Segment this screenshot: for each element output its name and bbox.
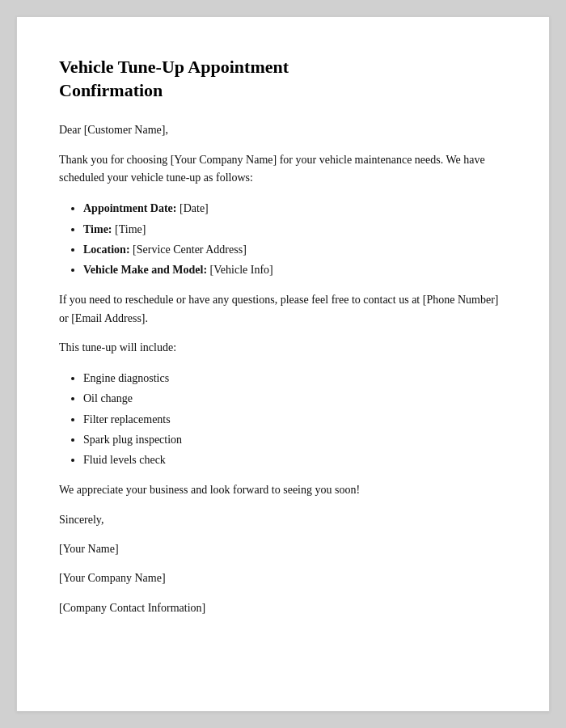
contact-info: [Company Contact Information] xyxy=(59,599,507,617)
tune-up-intro: This tune-up will include: xyxy=(59,339,507,357)
location-label: Location: xyxy=(83,243,130,256)
time-value: [Time] xyxy=(115,223,146,235)
list-item: Vehicle Make and Model: [Vehicle Info] xyxy=(83,260,507,280)
tune-up-items-list: Engine diagnostics Oil change Filter rep… xyxy=(83,368,507,470)
reschedule-paragraph: If you need to reschedule or have any qu… xyxy=(59,291,507,328)
appointment-date-value: [Date] xyxy=(180,202,209,214)
greeting: Dear [Customer Name], xyxy=(59,121,507,139)
intro-paragraph: Thank you for choosing [Your Company Nam… xyxy=(59,151,507,188)
vehicle-label: Vehicle Make and Model: xyxy=(83,264,207,276)
list-item: Time: [Time] xyxy=(83,219,507,239)
sincerely: Sincerely, xyxy=(59,511,507,529)
your-name: [Your Name] xyxy=(59,540,507,558)
list-item: Fluid levels check xyxy=(83,450,507,470)
list-item: Location: [Service Center Address] xyxy=(83,239,507,260)
list-item: Filter replacements xyxy=(83,409,507,430)
your-company: [Your Company Name] xyxy=(59,569,507,587)
location-value: [Service Center Address] xyxy=(133,243,247,256)
list-item: Spark plug inspection xyxy=(83,430,507,450)
document-title: Vehicle Tune-Up Appointment Confirmation xyxy=(59,56,507,102)
list-item: Engine diagnostics xyxy=(83,368,507,388)
list-item: Appointment Date: [Date] xyxy=(83,198,507,218)
closing-paragraph: We appreciate your business and look for… xyxy=(59,481,507,499)
list-item: Oil change xyxy=(83,388,507,408)
document-container: Vehicle Tune-Up Appointment Confirmation… xyxy=(16,16,550,712)
appointment-details-list: Appointment Date: [Date] Time: [Time] Lo… xyxy=(83,198,507,280)
time-label: Time: xyxy=(83,223,112,235)
vehicle-value: [Vehicle Info] xyxy=(210,264,273,276)
appointment-date-label: Appointment Date: xyxy=(83,202,177,214)
